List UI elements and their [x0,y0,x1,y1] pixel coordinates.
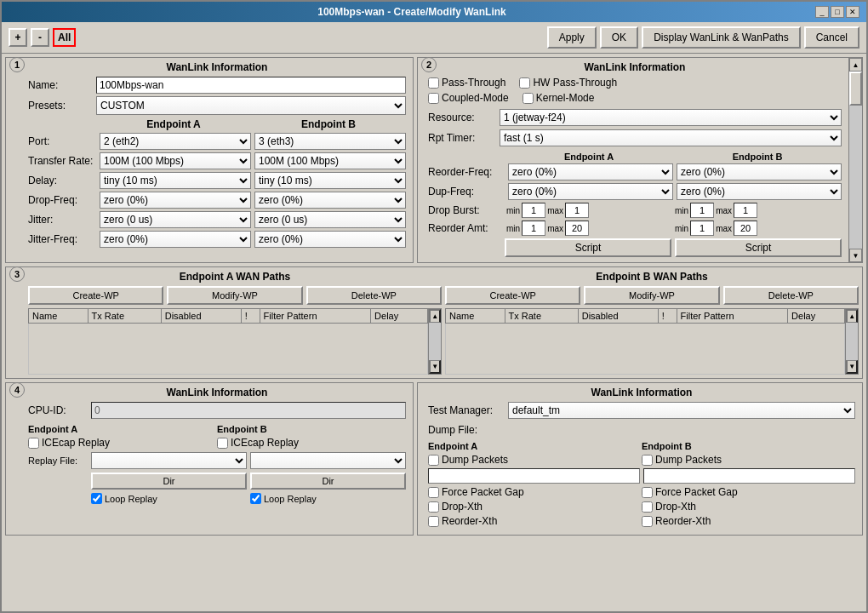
script-a-button[interactable]: Script [505,238,671,257]
icecap-a-label[interactable]: ICEcap Replay [28,437,217,449]
ep-b-create-wp-btn[interactable]: Create-WP [445,286,580,305]
apply-button[interactable]: Apply [547,26,597,49]
loop-b-label[interactable]: Loop Replay [250,493,406,504]
drop-burst-b-max-input[interactable] [734,203,757,218]
presets-select[interactable]: CUSTOM [96,96,406,115]
drop-burst-a-max-input[interactable] [565,203,589,218]
loop-a-label[interactable]: Loop Replay [91,493,247,504]
coupled-checkbox[interactable] [428,93,439,104]
add-button[interactable]: + [9,28,27,47]
force-gap-a-checkbox[interactable] [428,487,439,498]
cpu-input[interactable] [91,402,406,419]
icecap-b-label[interactable]: ICEcap Replay [217,437,406,449]
script-b-button[interactable]: Script [675,238,842,257]
maximize-button[interactable]: □ [831,6,844,18]
remove-button[interactable]: - [31,28,49,47]
ep-a-scroll-up[interactable]: ▲ [429,309,441,323]
jitter-freq-b-select[interactable]: zero (0%) [254,231,406,248]
dump-packets-a-checkbox[interactable] [428,455,439,466]
coupled-checkbox-label[interactable]: Coupled-Mode [428,92,509,104]
dump-packets-b-checkbox[interactable] [642,455,653,466]
drop-xth-b-label[interactable]: Drop-Xth [642,501,855,513]
drop-a-select[interactable]: zero (0%) [100,192,251,209]
drop-xth-a-checkbox[interactable] [428,501,439,513]
reorder-xth-b-checkbox[interactable] [642,516,653,527]
drop-burst-b-min-input[interactable] [690,203,714,218]
dump-packets-b-label[interactable]: Dump Packets [642,454,855,466]
delay-b-select[interactable]: tiny (10 ms) [254,172,406,189]
col-filter-b: Filter Pattern [677,309,788,324]
display-wanlink-button[interactable]: Display WanLink & WanPaths [642,26,801,49]
passthrough-checkbox-label[interactable]: Pass-Through [428,77,505,89]
loop-b-checkbox[interactable] [250,493,261,504]
ep-b-delete-wp-btn[interactable]: Delete-WP [723,286,859,305]
reorder-amt-a-min-input[interactable] [522,221,545,236]
replay-file-a-select[interactable] [91,452,247,469]
delay-a-select[interactable]: tiny (10 ms) [100,172,251,189]
resource-select[interactable]: 1 (jetway-f24) [500,109,842,126]
replay-file-b-select[interactable] [250,452,406,469]
col-txrate-b: Tx Rate [505,309,578,324]
dump-file-a-input[interactable] [428,468,640,484]
jitter-b-select[interactable]: zero (0 us) [254,211,406,228]
kernel-checkbox-label[interactable]: Kernel-Mode [523,92,595,104]
ok-button[interactable]: OK [600,26,638,49]
all-button[interactable]: All [53,28,76,47]
drop-xth-b-checkbox[interactable] [642,501,653,513]
ep-a-modify-wp-btn[interactable]: Modify-WP [167,286,302,305]
scroll-up-btn[interactable]: ▲ [849,58,862,72]
reorder-amt-b-max-input[interactable] [734,221,757,236]
icecap-b-checkbox[interactable] [217,438,228,449]
reorder-amt-label: Reorder Amt: [428,222,505,234]
transfer-b-select[interactable]: 100M (100 Mbps) [254,152,406,169]
title-bar: 100Mbps-wan - Create/Modify WanLink _ □ … [2,2,866,22]
jitter-freq-a-select[interactable]: zero (0%) [100,231,251,248]
ep-b-scroll-down[interactable]: ▼ [846,360,858,374]
dup-freq-a-select[interactable]: zero (0%) [508,183,673,200]
passthrough-checkbox[interactable] [428,77,439,89]
scroll-down-btn[interactable]: ▼ [849,249,862,262]
force-gap-b-checkbox[interactable] [642,487,653,498]
port-b-select[interactable]: 3 (eth3) [254,133,406,150]
ep-a-scroll-down[interactable]: ▼ [429,360,441,374]
close-button[interactable]: ✕ [846,6,859,18]
ep-b-scroll-up[interactable]: ▲ [846,309,858,323]
port-a-select[interactable]: 2 (eth2) [100,133,251,150]
dup-freq-b-select[interactable]: zero (0%) [677,183,842,200]
ep-b-modify-wp-btn[interactable]: Modify-WP [584,286,719,305]
scroll-thumb[interactable] [849,72,862,106]
drop-burst-a-min-input[interactable] [522,203,545,218]
reorder-amt-b-min-input[interactable] [690,221,714,236]
hw-passthrough-checkbox[interactable] [519,77,530,89]
resource-label: Resource: [428,112,496,123]
reorder-xth-a-label[interactable]: Reorder-Xth [428,515,642,527]
reorder-xth-b-label[interactable]: Reorder-Xth [642,515,855,527]
drop-label: Drop-Freq: [28,194,96,206]
dir-a-button[interactable]: Dir [91,473,247,490]
drop-b-select[interactable]: zero (0%) [254,192,406,209]
reorder-amt-a-max-input[interactable] [565,221,589,236]
force-gap-b-label[interactable]: Force Packet Gap [642,486,855,498]
loop-a-checkbox[interactable] [91,493,102,504]
dump-file-b-input[interactable] [643,468,855,484]
ep-a-create-wp-btn[interactable]: Create-WP [28,286,163,305]
kernel-checkbox[interactable] [523,93,534,104]
reorder-xth-a-checkbox[interactable] [428,516,439,527]
transfer-a-select[interactable]: 100M (100 Mbps) [100,152,251,169]
name-input[interactable] [96,77,406,94]
reorder-freq-a-select[interactable]: zero (0%) [508,163,673,180]
ep-a-delete-wp-btn[interactable]: Delete-WP [306,286,442,305]
minimize-button[interactable]: _ [815,6,829,18]
test-manager-select[interactable]: default_tm [508,402,855,419]
force-gap-a-label[interactable]: Force Packet Gap [428,486,642,498]
reorder-freq-b-select[interactable]: zero (0%) [677,163,842,180]
port-label: Port: [28,135,96,147]
icecap-a-checkbox[interactable] [28,438,39,449]
rpt-timer-select[interactable]: fast (1 s) [500,129,842,146]
hw-passthrough-checkbox-label[interactable]: HW Pass-Through [519,77,617,89]
drop-xth-a-label[interactable]: Drop-Xth [428,501,642,513]
dump-packets-a-label[interactable]: Dump Packets [428,454,642,466]
cancel-button[interactable]: Cancel [804,26,859,49]
jitter-a-select[interactable]: zero (0 us) [100,211,251,228]
dir-b-button[interactable]: Dir [250,473,406,490]
